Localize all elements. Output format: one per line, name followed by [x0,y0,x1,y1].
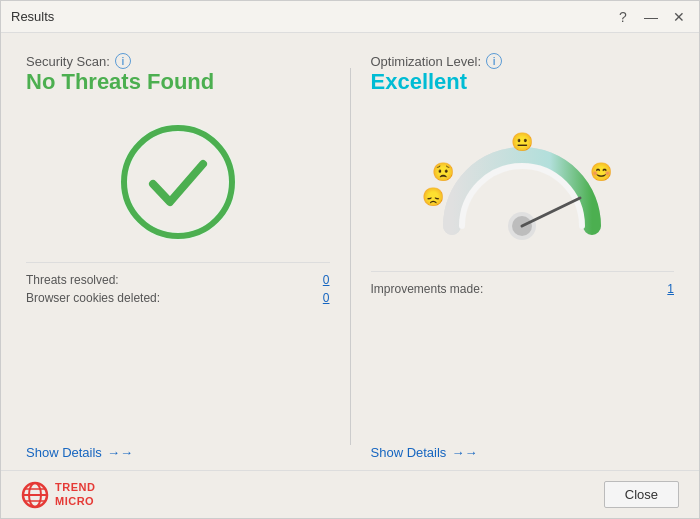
titlebar-controls: ? — ✕ [613,7,689,27]
brand-text: TREND MICRO [55,481,95,507]
main-content: Security Scan: i No Threats Found Threat… [1,33,699,470]
results-window: Results ? — ✕ Security Scan: i No Threat… [0,0,700,519]
optimization-arrow-icon: →→ [451,445,477,460]
threats-resolved-value[interactable]: 0 [323,273,330,287]
optimization-status: Excellent [371,69,675,95]
cookies-deleted-row: Browser cookies deleted: 0 [26,291,330,305]
help-button[interactable]: ? [613,7,633,27]
gauge-container: 😐 😟 😞 😊 [371,111,675,261]
checkmark-icon [118,122,238,242]
optimization-level-label: Optimization Level: [371,54,482,69]
gauge-emoji-right: 😊 [590,161,612,183]
security-show-details-label: Show Details [26,445,102,460]
window-close-button[interactable]: ✕ [669,7,689,27]
improvements-value[interactable]: 1 [667,282,674,296]
window-title: Results [11,9,54,24]
close-button[interactable]: Close [604,481,679,508]
optimization-show-details-label: Show Details [371,445,447,460]
security-info-icon[interactable]: i [115,53,131,69]
security-header: Security Scan: i No Threats Found [26,53,330,105]
optimization-show-details-link[interactable]: Show Details →→ [371,430,675,460]
gauge-emoji-far-left: 😞 [422,186,444,208]
svg-point-1 [124,128,232,236]
gauge-wrapper: 😐 😟 😞 😊 [432,126,612,246]
gauge-emoji-left: 😟 [432,161,454,183]
security-show-details-link[interactable]: Show Details →→ [26,430,330,460]
security-status: No Threats Found [26,69,330,95]
check-circle-container [26,111,330,252]
cookies-deleted-label: Browser cookies deleted: [26,291,160,305]
titlebar: Results ? — ✕ [1,1,699,33]
threats-resolved-row: Threats resolved: 0 [26,273,330,287]
optimization-label: Optimization Level: i [371,53,675,69]
panel-divider [350,68,351,445]
brand: TREND MICRO [21,481,95,509]
security-panel: Security Scan: i No Threats Found Threat… [26,53,330,460]
optimization-panel: Optimization Level: i Excellent 😐 😟 😞 😊 [371,53,675,460]
gauge-emoji-top: 😐 [511,131,533,153]
security-stats: Threats resolved: 0 Browser cookies dele… [26,262,330,309]
optimization-stats: Improvements made: 1 [371,271,675,300]
security-arrow-icon: →→ [107,445,133,460]
security-scan-label: Security Scan: [26,54,110,69]
cookies-deleted-value[interactable]: 0 [323,291,330,305]
improvements-row: Improvements made: 1 [371,282,675,296]
brand-logo-icon [21,481,49,509]
footer: TREND MICRO Close [1,470,699,518]
minimize-button[interactable]: — [641,7,661,27]
optimization-header: Optimization Level: i Excellent [371,53,675,105]
threats-resolved-label: Threats resolved: [26,273,119,287]
svg-line-4 [522,198,580,226]
improvements-label: Improvements made: [371,282,484,296]
optimization-info-icon[interactable]: i [486,53,502,69]
security-label: Security Scan: i [26,53,330,69]
